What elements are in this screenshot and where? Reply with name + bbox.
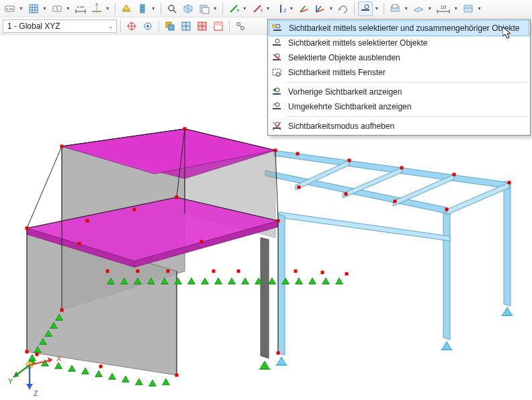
svg-marker-120 bbox=[442, 342, 451, 350]
visibility-mode-button[interactable] bbox=[358, 1, 373, 16]
dropdown-arrow-icon[interactable]: ▼ bbox=[266, 6, 272, 11]
dropdown-arrow-icon[interactable]: ▼ bbox=[19, 6, 25, 11]
svg-marker-94 bbox=[443, 207, 450, 340]
ucs-neg-button[interactable] bbox=[312, 1, 327, 16]
fe-surface-button[interactable] bbox=[119, 1, 134, 16]
svg-point-56 bbox=[146, 25, 149, 28]
ucs-y-button[interactable]: Y bbox=[250, 1, 265, 16]
svg-marker-106 bbox=[261, 238, 269, 358]
svg-marker-39 bbox=[338, 8, 341, 11]
dropdown-arrow-icon[interactable]: ▼ bbox=[290, 6, 296, 11]
ucs-xy-button[interactable] bbox=[296, 1, 311, 16]
svg-text:X: X bbox=[236, 7, 239, 13]
grid-button[interactable] bbox=[26, 1, 41, 16]
isometric-button[interactable] bbox=[181, 1, 195, 16]
table-button[interactable] bbox=[461, 1, 476, 16]
svg-rect-70 bbox=[273, 30, 281, 31]
svg-marker-122 bbox=[502, 307, 512, 315]
menu-visibility-selected[interactable]: Sichtbarkeit mittels selektierter Objekt… bbox=[268, 36, 530, 50]
menu-visibility-related[interactable]: Sichtbarkeit mittels selektierter und zu… bbox=[269, 20, 529, 36]
overlay-button[interactable] bbox=[163, 19, 177, 34]
number-tag-button[interactable]: 1 bbox=[50, 1, 64, 16]
plane-button[interactable] bbox=[411, 1, 426, 16]
svg-text:10: 10 bbox=[441, 4, 447, 10]
menu-label: Sichtbarkeitsmodus aufheben bbox=[288, 121, 523, 131]
menu-label: Sichtbarkeit mittels selektierter und zu… bbox=[289, 23, 523, 33]
tool-button[interactable] bbox=[233, 19, 248, 34]
svg-point-41 bbox=[365, 5, 369, 9]
dropdown-arrow-icon[interactable]: ▼ bbox=[105, 6, 112, 11]
target1-button[interactable] bbox=[124, 19, 139, 34]
svg-point-79 bbox=[276, 72, 280, 77]
svg-rect-44 bbox=[392, 5, 398, 8]
axis-x-label: X bbox=[56, 354, 62, 362]
visibility-selected-icon bbox=[271, 37, 283, 49]
dropdown-arrow-icon[interactable]: ▼ bbox=[477, 6, 483, 11]
visibility-clear-icon bbox=[271, 120, 283, 132]
svg-point-68 bbox=[241, 26, 245, 30]
separator bbox=[159, 20, 159, 32]
menu-hide-selected[interactable]: Selektierte Objekte ausblenden bbox=[268, 50, 530, 65]
svg-text:1: 1 bbox=[56, 6, 58, 11]
svg-line-69 bbox=[240, 26, 241, 27]
ruler-xxx-button[interactable]: x.xx bbox=[73, 1, 88, 16]
zoom-button[interactable] bbox=[165, 1, 179, 16]
steel-frame bbox=[265, 150, 511, 355]
menu-visibility-prev[interactable]: Vorherige Sichtbarkeit anzeigen bbox=[268, 85, 530, 99]
svg-marker-82 bbox=[273, 88, 275, 92]
svg-rect-58 bbox=[169, 25, 174, 30]
grid-blue-button[interactable] bbox=[179, 19, 193, 34]
svg-text:x.xx: x.xx bbox=[77, 5, 84, 9]
separator bbox=[229, 20, 230, 32]
dropdown-arrow-icon[interactable]: ▼ bbox=[404, 6, 410, 11]
view-button[interactable] bbox=[388, 1, 402, 16]
svg-point-21 bbox=[169, 5, 174, 11]
dropdown-arrow-icon[interactable]: ▼ bbox=[42, 6, 48, 11]
svg-marker-130 bbox=[26, 384, 33, 389]
svg-marker-45 bbox=[414, 7, 423, 12]
svg-point-67 bbox=[237, 22, 240, 26]
xxx-tag-button[interactable]: x.xx bbox=[3, 1, 17, 16]
menu-visibility-window[interactable]: Sichtbarkeit mittels Fenster bbox=[268, 65, 530, 80]
menu-visibility-clear[interactable]: Sichtbarkeitsmodus aufheben bbox=[268, 119, 530, 134]
svg-text:Z: Z bbox=[283, 7, 286, 13]
menu-label: Sichtbarkeit mittels Fenster bbox=[288, 68, 523, 77]
dropdown-arrow-icon[interactable]: ▼ bbox=[242, 6, 249, 11]
ruler-z-button[interactable]: z bbox=[89, 1, 104, 16]
dropdown-arrow-icon[interactable]: ▼ bbox=[328, 6, 335, 11]
toolbar-row-1: x.xx▼ ▼ 1▼ x.xx z▼ ▼ ▼ X▼ Y▼ Z▼ ▼ ▼ ▼ ▼ … bbox=[0, 0, 532, 17]
dropdown-arrow-icon[interactable]: ▼ bbox=[151, 6, 157, 11]
svg-rect-50 bbox=[464, 5, 472, 12]
visibility-prev-icon bbox=[271, 86, 283, 98]
svg-rect-78 bbox=[273, 69, 281, 75]
ucs-x-button[interactable]: X bbox=[226, 1, 241, 16]
grid-redb-button[interactable] bbox=[195, 19, 210, 34]
svg-rect-80 bbox=[273, 93, 281, 95]
svg-rect-72 bbox=[273, 25, 276, 28]
dropdown-arrow-icon[interactable]: ▼ bbox=[213, 6, 219, 11]
section-button[interactable] bbox=[197, 1, 212, 16]
svg-rect-18 bbox=[140, 5, 144, 13]
svg-rect-27 bbox=[202, 7, 209, 13]
menu-label: Selektierte Objekte ausblenden bbox=[288, 53, 523, 62]
grid-reda-button[interactable] bbox=[211, 19, 226, 34]
svg-rect-73 bbox=[273, 44, 281, 46]
svg-marker-116 bbox=[260, 361, 269, 369]
svg-line-22 bbox=[173, 10, 176, 13]
scale-button[interactable]: 10 bbox=[435, 1, 452, 16]
dropdown-arrow-icon[interactable]: ▼ bbox=[374, 6, 380, 11]
svg-point-74 bbox=[275, 39, 279, 43]
coordinate-system-select[interactable]: 1 - Global XYZ ⌄ bbox=[3, 19, 117, 33]
point-supports bbox=[259, 307, 513, 369]
svg-rect-2 bbox=[30, 5, 38, 13]
fe-member-button[interactable] bbox=[135, 1, 150, 16]
svg-marker-98 bbox=[447, 183, 509, 215]
visibility-invert-icon bbox=[271, 101, 283, 113]
menu-visibility-invert[interactable]: Umgekehrte Sichtbarkeit anzeigen bbox=[268, 99, 530, 114]
ucs-z-button[interactable]: Z bbox=[273, 1, 288, 16]
dropdown-arrow-icon[interactable]: ▼ bbox=[453, 6, 459, 11]
dropdown-arrow-icon[interactable]: ▼ bbox=[66, 6, 72, 11]
target2-button[interactable] bbox=[140, 19, 155, 34]
ucs-flip-button[interactable] bbox=[336, 1, 351, 16]
dropdown-arrow-icon[interactable]: ▼ bbox=[427, 6, 433, 11]
